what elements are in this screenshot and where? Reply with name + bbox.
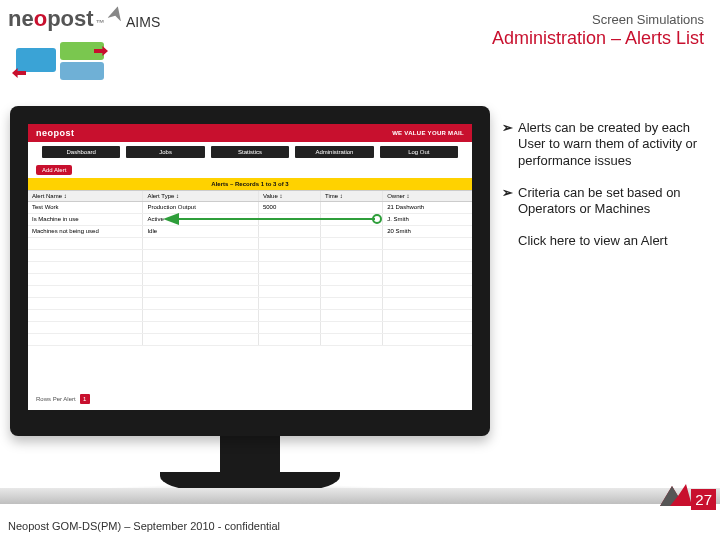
table-row-empty: . bbox=[28, 286, 472, 298]
pager-page-button[interactable]: 1 bbox=[80, 394, 90, 404]
bullet-marker: ➢ bbox=[502, 120, 518, 169]
monitor-bezel: neopost WE VALUE YOUR MAIL Dashboard Job… bbox=[10, 106, 490, 436]
app-logo-text: neopost bbox=[36, 128, 75, 138]
tab-dashboard[interactable]: Dashboard bbox=[42, 146, 120, 158]
table-row-empty: . bbox=[28, 310, 472, 322]
table-row-empty: . bbox=[28, 238, 472, 250]
col-owner[interactable]: Owner ↕ bbox=[383, 191, 472, 201]
table-row[interactable]: Test Work Production Output 5000 21 Dash… bbox=[28, 202, 472, 214]
col-alert-name[interactable]: Alert Name ↕ bbox=[28, 191, 143, 201]
module-diagram bbox=[16, 42, 106, 82]
leaf-icon bbox=[107, 4, 124, 21]
table-row-empty: . bbox=[28, 250, 472, 262]
table-row-empty: . bbox=[28, 322, 472, 334]
bullet-text: Criteria can be set based on Operators o… bbox=[518, 185, 702, 218]
add-alert-button[interactable]: Add Alert bbox=[36, 165, 72, 175]
bullet-text: Alerts can be created by each User to wa… bbox=[518, 120, 702, 169]
diagram-box-a bbox=[16, 48, 56, 72]
cell-owner: 20 Smith bbox=[383, 226, 472, 237]
col-alert-type[interactable]: Alert Type ↕ bbox=[143, 191, 258, 201]
logo-text-o: o bbox=[34, 6, 47, 32]
cell-time bbox=[321, 202, 383, 213]
monitor-stand-neck bbox=[220, 436, 280, 476]
cell-alert-name: Test Work bbox=[28, 202, 143, 213]
tab-jobs[interactable]: Jobs bbox=[126, 146, 204, 158]
col-time[interactable]: Time ↕ bbox=[321, 191, 383, 201]
col-value[interactable]: Value ↕ bbox=[259, 191, 321, 201]
table-row[interactable]: Is Machine in use Active J. Smith bbox=[28, 214, 472, 226]
table-row-empty: . bbox=[28, 334, 472, 346]
cell-alert-name: Is Machine in use bbox=[28, 214, 143, 225]
footer-logo-icon bbox=[658, 482, 694, 508]
table-body: Test Work Production Output 5000 21 Dash… bbox=[28, 202, 472, 346]
slide-subtitle: Screen Simulations bbox=[592, 12, 704, 27]
bullet-item: ➢Alerts can be created by each User to w… bbox=[502, 120, 702, 169]
bullet-text: Click here to view an Alert bbox=[518, 233, 702, 249]
slide-number: 27 bbox=[691, 489, 716, 510]
table-header: Alert Name ↕ Alert Type ↕ Value ↕ Time ↕… bbox=[28, 190, 472, 202]
product-name: AIMS bbox=[126, 14, 160, 30]
bullet-item: ➢Criteria can be set based on Operators … bbox=[502, 185, 702, 218]
bullet-marker bbox=[502, 233, 518, 249]
cell-time bbox=[321, 226, 383, 237]
slide-title: Administration – Alerts List bbox=[492, 28, 704, 49]
cell-owner: J. Smith bbox=[383, 214, 472, 225]
cell-value bbox=[259, 214, 321, 225]
main-nav: Dashboard Jobs Statistics Administration… bbox=[28, 142, 472, 162]
table-row-empty: . bbox=[28, 274, 472, 286]
app-brandbar: neopost WE VALUE YOUR MAIL bbox=[28, 124, 472, 142]
cell-time bbox=[321, 214, 383, 225]
tab-statistics[interactable]: Statistics bbox=[211, 146, 289, 158]
cell-value bbox=[259, 226, 321, 237]
table-row-empty: . bbox=[28, 262, 472, 274]
bullet-marker: ➢ bbox=[502, 185, 518, 218]
bullet-list: ➢Alerts can be created by each User to w… bbox=[502, 120, 702, 266]
cell-alert-type: Active bbox=[143, 214, 258, 225]
app-tagline: WE VALUE YOUR MAIL bbox=[392, 130, 464, 136]
cell-alert-type: Production Output bbox=[143, 202, 258, 213]
table-row-empty: . bbox=[28, 298, 472, 310]
tab-administration[interactable]: Administration bbox=[295, 146, 373, 158]
table-row[interactable]: Machines not being used Idle 20 Smith bbox=[28, 226, 472, 238]
pager: Rows Per Alert 1 bbox=[36, 394, 90, 404]
cell-alert-name: Machines not being used bbox=[28, 226, 143, 237]
diagram-box-c bbox=[60, 62, 104, 80]
cell-alert-type: Idle bbox=[143, 226, 258, 237]
cell-owner: 21 Dashworth bbox=[383, 202, 472, 213]
neopost-logo: neopost™ bbox=[8, 6, 123, 32]
logo-text-left: ne bbox=[8, 6, 34, 32]
list-header-bar: Alerts – Records 1 to 3 of 3 bbox=[28, 178, 472, 190]
bullet-item: Click here to view an Alert bbox=[502, 233, 702, 249]
logo-text-right: post bbox=[47, 6, 93, 32]
cell-value: 5000 bbox=[259, 202, 321, 213]
pager-label: Rows Per Alert bbox=[36, 396, 76, 402]
footer-stripe bbox=[0, 488, 720, 504]
app-screen: neopost WE VALUE YOUR MAIL Dashboard Job… bbox=[28, 124, 472, 410]
confidential-note: Neopost GOM-DS(PM) – September 2010 - co… bbox=[8, 520, 280, 532]
trademark: ™ bbox=[96, 18, 105, 28]
monitor-mock: neopost WE VALUE YOUR MAIL Dashboard Job… bbox=[10, 106, 490, 436]
tab-logout[interactable]: Log Out bbox=[380, 146, 458, 158]
toolbar: Add Alert bbox=[28, 162, 472, 178]
